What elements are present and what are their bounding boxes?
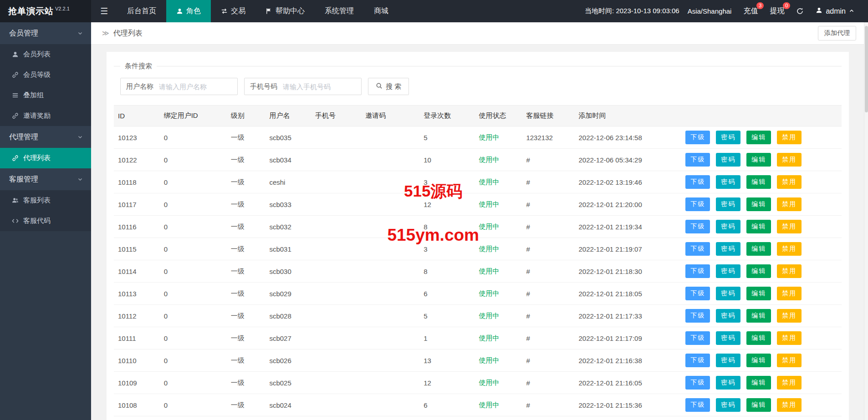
password-button[interactable]: 密码: [716, 242, 740, 256]
disable-button[interactable]: 禁用: [777, 197, 802, 211]
edit-button[interactable]: 编辑: [746, 354, 771, 367]
subordinate-button[interactable]: 下级: [685, 287, 710, 300]
edit-button[interactable]: 编辑: [746, 309, 771, 323]
edit-button[interactable]: 编辑: [746, 376, 771, 390]
password-button[interactable]: 密码: [716, 264, 740, 278]
password-button[interactable]: 密码: [716, 131, 740, 144]
disable-button[interactable]: 禁用: [777, 131, 802, 144]
cell-invite_code: [361, 305, 419, 327]
edit-button[interactable]: 编辑: [746, 242, 771, 256]
sidebar-item-agent-list[interactable]: 代理列表: [0, 148, 91, 168]
subordinate-button[interactable]: 下级: [685, 398, 710, 412]
nav-item-help-center[interactable]: 帮助中心: [255, 0, 315, 22]
password-button[interactable]: 密码: [716, 354, 740, 367]
sidebar-item-label: 会员等级: [23, 71, 51, 79]
cell-status: 使用中: [475, 305, 522, 327]
edit-button[interactable]: 编辑: [746, 197, 771, 211]
subordinate-button[interactable]: 下级: [685, 153, 710, 167]
password-button[interactable]: 密码: [716, 309, 740, 323]
nav-item-system[interactable]: 系统管理: [315, 0, 364, 22]
password-button[interactable]: 密码: [716, 287, 740, 300]
nav-item-home[interactable]: 后台首页: [117, 0, 166, 22]
cell-phone: [311, 283, 361, 305]
disable-button[interactable]: 禁用: [777, 331, 802, 345]
disable-button[interactable]: 禁用: [777, 175, 802, 189]
password-button[interactable]: 密码: [716, 398, 740, 412]
disable-button[interactable]: 禁用: [777, 354, 802, 367]
app-window: 抢单演示站 V2.2.1 ☰ 后台首页 角色 交易 帮助中心 系统管理: [0, 0, 868, 420]
timezone: Asia/Shanghai: [688, 7, 732, 15]
sidebar-section-members[interactable]: 会员管理: [0, 22, 91, 44]
withdraw-link[interactable]: 提现 0: [770, 6, 784, 16]
password-button[interactable]: 密码: [716, 331, 740, 345]
edit-button[interactable]: 编辑: [746, 264, 771, 278]
nav-item-trade[interactable]: 交易: [211, 0, 255, 22]
disable-button[interactable]: 禁用: [777, 376, 802, 390]
sidebar-item-overlay-group[interactable]: 叠加组: [0, 85, 91, 106]
sidebar-item-service-list[interactable]: 客服列表: [0, 190, 91, 211]
subordinate-button[interactable]: 下级: [685, 175, 710, 189]
subordinate-button[interactable]: 下级: [685, 131, 710, 144]
username-input[interactable]: [159, 83, 237, 91]
cell-bind_user_id: 0: [160, 193, 227, 216]
subordinate-button[interactable]: 下级: [685, 197, 710, 211]
subordinate-button[interactable]: 下级: [685, 220, 710, 233]
subordinate-button[interactable]: 下级: [685, 354, 710, 367]
cell-bind_user_id: 0: [160, 283, 227, 305]
cell-created_at: 2022-12-01 21:17:09: [574, 327, 681, 349]
sidebar-item-invite-reward[interactable]: 邀请奖励: [0, 106, 91, 126]
cell-status: 使用中: [475, 149, 522, 171]
disable-button[interactable]: 禁用: [777, 153, 802, 167]
sidebar-item-service-code[interactable]: 客服代码: [0, 211, 91, 231]
sidebar-item-member-list[interactable]: 会员列表: [0, 44, 91, 65]
password-button[interactable]: 密码: [716, 197, 740, 211]
subordinate-button[interactable]: 下级: [685, 331, 710, 345]
disable-button[interactable]: 禁用: [777, 242, 802, 256]
logo[interactable]: 抢单演示站 V2.2.1: [0, 0, 91, 22]
nav-item-mall[interactable]: 商城: [364, 0, 398, 22]
column-header-actions: [681, 106, 842, 127]
disable-button[interactable]: 禁用: [777, 220, 802, 233]
vertical-scrollbar[interactable]: [864, 22, 868, 420]
scrollbar-thumb[interactable]: [865, 26, 868, 112]
cell-service_link: #: [522, 193, 574, 216]
user-menu[interactable]: admin: [816, 7, 854, 15]
cell-login_count: 5: [419, 127, 475, 149]
password-button[interactable]: 密码: [716, 220, 740, 233]
password-button[interactable]: 密码: [716, 175, 740, 189]
edit-button[interactable]: 编辑: [746, 175, 771, 189]
edit-button[interactable]: 编辑: [746, 131, 771, 144]
edit-button[interactable]: 编辑: [746, 153, 771, 167]
sidebar-item-member-level[interactable]: 会员等级: [0, 65, 91, 85]
cell-actions: 下级密码编辑禁用: [681, 260, 842, 283]
cell-invite_code: [361, 349, 419, 372]
cell-username: scb027: [265, 327, 311, 349]
hamburger-icon[interactable]: ☰: [91, 0, 117, 22]
refresh-icon[interactable]: [796, 7, 804, 15]
disable-button[interactable]: 禁用: [777, 264, 802, 278]
sidebar-section-service[interactable]: 客服管理: [0, 168, 91, 190]
disable-button[interactable]: 禁用: [777, 287, 802, 300]
nav-item-roles[interactable]: 角色: [166, 0, 211, 22]
sidebar-section-agents[interactable]: 代理管理: [0, 126, 91, 148]
disable-button[interactable]: 禁用: [777, 309, 802, 323]
disable-button[interactable]: 禁用: [777, 398, 802, 412]
edit-button[interactable]: 编辑: [746, 398, 771, 412]
password-button[interactable]: 密码: [716, 376, 740, 390]
subordinate-button[interactable]: 下级: [685, 376, 710, 390]
subordinate-button[interactable]: 下级: [685, 309, 710, 323]
subordinate-button[interactable]: 下级: [685, 242, 710, 256]
person-icon: [176, 8, 183, 15]
search-fieldset: 条件搜索: [114, 62, 842, 71]
phone-input[interactable]: [283, 83, 361, 91]
subordinate-button[interactable]: 下级: [685, 264, 710, 278]
search-button[interactable]: 搜 索: [368, 78, 409, 95]
cell-bind_user_id: 0: [160, 305, 227, 327]
recharge-link[interactable]: 充值 3: [743, 6, 758, 16]
edit-button[interactable]: 编辑: [746, 331, 771, 345]
edit-button[interactable]: 编辑: [746, 220, 771, 233]
password-button[interactable]: 密码: [716, 153, 740, 167]
edit-button[interactable]: 编辑: [746, 287, 771, 300]
add-agent-button[interactable]: 添加代理: [818, 26, 856, 40]
cell-actions: 下级密码编辑禁用: [681, 193, 842, 216]
